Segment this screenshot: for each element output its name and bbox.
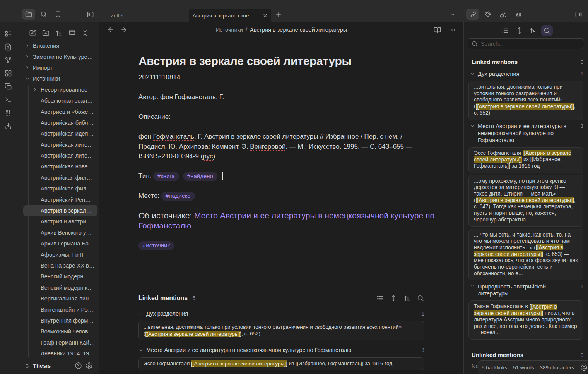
- mention-section-header[interactable]: Дух разделения1: [138, 308, 424, 319]
- tab-list-button[interactable]: [446, 9, 459, 20]
- tree-folder[interactable]: Несортированное: [23, 84, 97, 95]
- mention-section-header[interactable]: Природность австрийской литературы1: [468, 283, 583, 297]
- note-title[interactable]: Австрия в зеркале своей литературы: [138, 53, 462, 69]
- search-backlinks-button[interactable]: [417, 294, 424, 302]
- tree-file[interactable]: Австрийская нове…: [23, 161, 97, 172]
- tree-file[interactable]: Архив Венского у…: [23, 227, 97, 238]
- global-search-button[interactable]: [37, 9, 50, 20]
- mention-result[interactable]: Эссе Гофмансталя [[Австрия в зеркале сво…: [468, 147, 583, 173]
- vault-switcher[interactable]: Thesis: [17, 357, 99, 374]
- outgoing-links-button[interactable]: [497, 9, 510, 20]
- mention-result[interactable]: ... что мы есть, и такие, как есть, то, …: [468, 229, 583, 281]
- canvas-button[interactable]: [3, 67, 14, 80]
- backlinks-pane-button[interactable]: [466, 9, 479, 20]
- mention-result[interactable]: ...ому прохожему, но при этом крепко дер…: [468, 175, 583, 227]
- close-icon[interactable]: [262, 13, 268, 19]
- change-sort-order-button[interactable]: [527, 25, 539, 36]
- tree-folder[interactable]: Заметки по Культуре…: [23, 51, 97, 62]
- expand-results-button[interactable]: [390, 294, 397, 302]
- tree-file[interactable]: Граф Германн Кай…: [23, 337, 97, 348]
- tree-file[interactable]: Австрия и австри…: [23, 216, 97, 227]
- tree-file[interactable]: Венский модерн к…: [23, 282, 97, 293]
- layout-list-button[interactable]: [3, 27, 14, 40]
- note-content[interactable]: Австрия в зеркале своей литературы 20211…: [100, 37, 463, 374]
- breadcrumb-parent[interactable]: Источники: [216, 27, 243, 33]
- tree-file[interactable]: Афоризмы, I и II: [23, 249, 97, 260]
- reading-view-button[interactable]: [432, 25, 442, 35]
- mention-section-header[interactable]: Место Австрии и ее литературы в немецкоя…: [138, 344, 424, 356]
- tag-pill[interactable]: #надиске: [161, 192, 195, 201]
- help-button[interactable]: [73, 360, 84, 371]
- search-input[interactable]: [481, 41, 580, 47]
- new-note-icon: [29, 29, 36, 37]
- tags-pane-button[interactable]: [481, 9, 494, 20]
- files-button[interactable]: [22, 9, 35, 20]
- bookmarks-button[interactable]: [51, 9, 65, 20]
- tab-zettel[interactable]: Zettel: [111, 9, 123, 22]
- tree-file[interactable]: Австрийская лите…: [23, 139, 97, 150]
- tree-folder[interactable]: Источники: [23, 73, 97, 84]
- terminal-button[interactable]: [3, 93, 14, 106]
- graph-view-button[interactable]: [3, 53, 14, 67]
- tree-file[interactable]: Австрийская фил…: [23, 183, 97, 194]
- tree-file[interactable]: Австрийская фил…: [23, 172, 97, 183]
- importer-button[interactable]: [3, 119, 14, 132]
- settings-button[interactable]: [84, 360, 94, 371]
- tree-file[interactable]: Венский модерн …: [23, 271, 97, 282]
- tree-file[interactable]: Внутренняя форм…: [23, 315, 97, 326]
- collapse-all-button[interactable]: [80, 28, 91, 38]
- binary-button[interactable]: [3, 106, 14, 119]
- quotes-pane-button[interactable]: [512, 9, 525, 20]
- new-tab-button[interactable]: [273, 9, 284, 20]
- toggle-left-sidebar-button[interactable]: [84, 9, 97, 20]
- tree-file[interactable]: Австрия в зеркал…: [23, 205, 97, 216]
- mention-result[interactable]: ...вительная, достижима только при услов…: [468, 81, 583, 120]
- navigate-back-button[interactable]: [106, 25, 115, 35]
- sort-order-button[interactable]: [54, 28, 64, 38]
- navigate-forward-button[interactable]: [119, 25, 128, 35]
- templates-button[interactable]: [3, 80, 14, 93]
- mention-section-header[interactable]: Дух разделения1: [468, 70, 583, 77]
- mention-result[interactable]: Эссе Гофмансталя [[Австрия в зеркале сво…: [138, 357, 424, 370]
- tree-file[interactable]: Австрийская библ…: [23, 117, 97, 128]
- tree-file[interactable]: Витгенштейн и Ро…: [23, 304, 97, 315]
- tree-file[interactable]: Австрийская идея…: [23, 128, 97, 139]
- tree-file[interactable]: Возможный челов…: [23, 326, 97, 337]
- tree-file[interactable]: Дневники 1914–19…: [23, 348, 97, 357]
- tree-file[interactable]: Архив Германа Ба…: [23, 238, 97, 249]
- tree-folder[interactable]: Импорт: [23, 62, 97, 73]
- tag-pill[interactable]: #источник: [138, 241, 174, 250]
- tree-file[interactable]: Австриец и «боже…: [23, 106, 97, 117]
- mention-result[interactable]: Также Гофмансталь в [[Австрия в зеркале …: [468, 300, 583, 340]
- more-options-button[interactable]: [447, 25, 457, 35]
- expand-results-button[interactable]: [513, 25, 525, 36]
- tree-file[interactable]: Абсолютная реал…: [23, 95, 97, 106]
- tag-pill[interactable]: #книга: [153, 172, 179, 181]
- file-search-button[interactable]: [3, 40, 14, 53]
- tree-file[interactable]: Австрийская лите…: [23, 150, 97, 161]
- tag-pill[interactable]: #найдено: [183, 172, 217, 181]
- show-context-button[interactable]: [376, 294, 384, 302]
- tree-folder[interactable]: Вложения: [23, 40, 97, 51]
- tree-item-label: Афоризмы, I и II: [41, 252, 83, 258]
- mention-result[interactable]: ...вительная, достижима только при услов…: [138, 321, 424, 340]
- tree-file[interactable]: Вертикальная лин…: [23, 293, 97, 304]
- change-sort-order-button[interactable]: [403, 294, 411, 302]
- tree-item-label: Венский модерн к…: [41, 285, 93, 291]
- toggle-right-sidebar-button[interactable]: [572, 9, 585, 20]
- tree-file[interactable]: Австрийский Рен…: [23, 194, 97, 205]
- tree-file[interactable]: Вена на заре XX в…: [23, 260, 97, 271]
- tab-active[interactable]: Австрия в зеркале свое...: [189, 9, 271, 22]
- mention-section-header[interactable]: Место Австрии и ее литературы в немецкоя…: [468, 123, 583, 144]
- search-backlinks-button[interactable]: [541, 25, 553, 36]
- tree-item-label: Архив Германа Ба…: [41, 240, 94, 247]
- new-folder-button[interactable]: [41, 28, 51, 38]
- at-sign-icon[interactable]: [581, 364, 587, 371]
- new-note-button[interactable]: [27, 28, 38, 38]
- show-context-button[interactable]: [499, 25, 511, 36]
- text-segment: , с. 652): [241, 331, 260, 336]
- breadcrumb-current[interactable]: Австрия в зеркале своей литературы: [250, 27, 347, 33]
- chevron-down-icon: [470, 71, 475, 77]
- card-view-button[interactable]: [67, 28, 77, 38]
- backlinks-search[interactable]: [468, 38, 584, 49]
